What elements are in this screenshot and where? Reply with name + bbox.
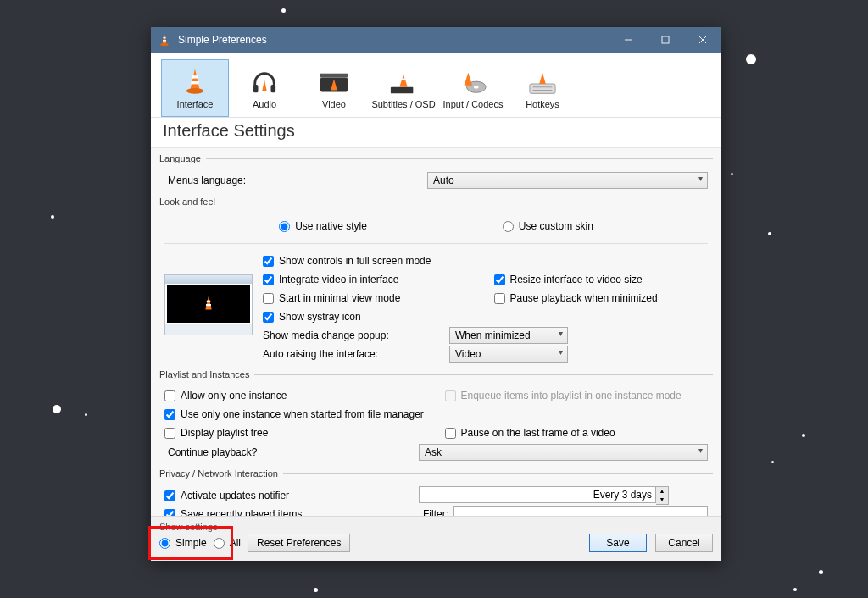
minimize-button[interactable] — [609, 27, 647, 53]
bg-dot — [85, 413, 87, 416]
enqueue-items-checkbox: Enqueue items into playlist in one insta… — [445, 387, 709, 404]
resize-interface-checkbox[interactable]: Resize interface to video size — [494, 271, 709, 288]
svg-point-22 — [474, 86, 479, 89]
svg-rect-29 — [207, 301, 210, 302]
pause-minimized-checkbox[interactable]: Pause playback when minimized — [494, 290, 709, 307]
spinner-up-icon[interactable]: ▲ — [656, 487, 668, 496]
svg-rect-20 — [401, 78, 406, 80]
save-recently-played-checkbox[interactable]: Save recently played items — [164, 506, 302, 516]
cancel-button[interactable]: Cancel — [655, 534, 713, 552]
interface-preview-thumbnail — [164, 274, 253, 335]
bg-dot — [314, 588, 318, 592]
section-title: Interface Settings — [151, 118, 721, 148]
category-input-codecs[interactable]: Input / Codecs — [439, 59, 507, 117]
menus-language-label: Menus language: — [164, 174, 292, 186]
show-settings-label: Show settings — [159, 522, 713, 532]
filter-label: Filter: — [423, 508, 448, 516]
svg-rect-13 — [271, 85, 276, 92]
filter-input[interactable] — [453, 506, 708, 516]
pause-last-frame-checkbox[interactable]: Pause on the last frame of a video — [445, 424, 709, 441]
maximize-button[interactable] — [647, 27, 684, 53]
category-strip: Interface Audio Video Subtitles / OSD In… — [151, 53, 721, 118]
category-hotkeys[interactable]: Hotkeys — [509, 59, 576, 117]
category-interface[interactable]: Interface — [161, 59, 229, 117]
headphones-icon — [231, 64, 298, 96]
close-button[interactable] — [684, 27, 721, 53]
cone-icon — [162, 64, 228, 96]
settings-scroll-area[interactable]: Language Menus language: Auto Look and f… — [151, 148, 721, 516]
disc-icon — [440, 64, 506, 96]
bg-dot — [802, 434, 805, 437]
svg-marker-14 — [262, 80, 267, 91]
svg-rect-24 — [530, 84, 555, 93]
use-native-style-radio[interactable]: Use native style — [279, 218, 367, 235]
svg-marker-27 — [539, 73, 546, 84]
group-look-and-feel: Look and feel Use native style Use custo… — [159, 202, 713, 369]
titlebar[interactable]: Simple Preferences — [151, 27, 721, 53]
use-custom-skin-radio[interactable]: Use custom skin — [503, 218, 593, 235]
svg-rect-30 — [206, 304, 211, 306]
svg-point-3 — [160, 43, 169, 46]
svg-rect-16 — [320, 74, 348, 78]
auto-raise-label: Auto raising the interface: — [263, 348, 449, 360]
bg-dot — [731, 173, 733, 175]
reset-preferences-button[interactable]: Reset Preferences — [248, 534, 350, 552]
category-video[interactable]: Video — [300, 59, 368, 117]
show-settings-all-radio[interactable]: All — [214, 534, 241, 551]
bg-dot — [768, 232, 771, 235]
menus-language-select[interactable]: Auto — [427, 172, 708, 189]
dialog-footer: Show settings Simple All Reset Preferenc… — [151, 516, 721, 561]
systray-checkbox[interactable]: Show systray icon — [263, 308, 708, 325]
continue-playback-label: Continue playback? — [164, 446, 419, 458]
svg-rect-1 — [163, 37, 165, 39]
film-icon — [301, 64, 367, 96]
bg-dot — [771, 461, 774, 463]
spinner-down-icon[interactable]: ▼ — [656, 496, 668, 504]
allow-one-instance-checkbox[interactable]: Allow only one instance — [164, 387, 428, 404]
bg-dot — [281, 8, 286, 13]
svg-rect-10 — [191, 81, 198, 84]
svg-rect-18 — [391, 87, 413, 94]
svg-rect-12 — [253, 85, 259, 92]
group-playlist-instances: Playlist and Instances Allow only one in… — [159, 374, 713, 468]
show-controls-fullscreen-checkbox[interactable]: Show controls in full screen mode — [263, 252, 708, 269]
svg-point-11 — [186, 88, 203, 94]
svg-marker-19 — [399, 75, 407, 87]
svg-marker-23 — [465, 73, 472, 86]
svg-rect-2 — [163, 40, 166, 42]
vlc-cone-icon — [158, 33, 171, 47]
save-button[interactable]: Save — [589, 534, 647, 552]
integrate-video-checkbox[interactable]: Integrate video in interface — [263, 271, 477, 288]
start-minimal-checkbox[interactable]: Start in minimal view mode — [263, 290, 477, 307]
bg-dot — [53, 405, 61, 413]
window-title: Simple Preferences — [178, 34, 609, 46]
activate-updates-checkbox[interactable]: Activate updates notifier — [164, 487, 419, 504]
group-language: Language Menus language: Auto — [159, 158, 713, 197]
svg-rect-9 — [192, 75, 198, 78]
one-instance-filemanager-checkbox[interactable]: Use only one instance when started from … — [164, 406, 708, 423]
category-subtitles[interactable]: Subtitles / OSD — [370, 59, 437, 117]
keyboard-icon — [509, 64, 576, 96]
subtitles-icon — [370, 64, 437, 96]
svg-marker-28 — [205, 296, 211, 309]
update-interval-spinner[interactable]: ▲▼ — [419, 486, 669, 505]
svg-marker-8 — [190, 69, 199, 90]
bg-dot — [51, 215, 54, 219]
preferences-window: Simple Preferences Interface Audio Video… — [151, 27, 721, 561]
auto-raise-select[interactable]: Video — [449, 346, 568, 363]
svg-marker-0 — [163, 34, 167, 44]
media-change-popup-label: Show media change popup: — [263, 329, 449, 341]
media-change-popup-select[interactable]: When minimized — [449, 327, 568, 344]
continue-playback-select[interactable]: Ask — [419, 444, 708, 461]
category-audio[interactable]: Audio — [231, 59, 298, 117]
group-privacy-network: Privacy / Network Interaction Activate u… — [159, 473, 713, 516]
display-playlist-tree-checkbox[interactable]: Display playlist tree — [164, 424, 428, 441]
bg-dot — [793, 588, 797, 591]
bg-dot — [819, 570, 823, 574]
bg-dot — [746, 54, 756, 64]
show-settings-simple-radio[interactable]: Simple — [159, 534, 207, 551]
svg-rect-5 — [662, 36, 669, 43]
